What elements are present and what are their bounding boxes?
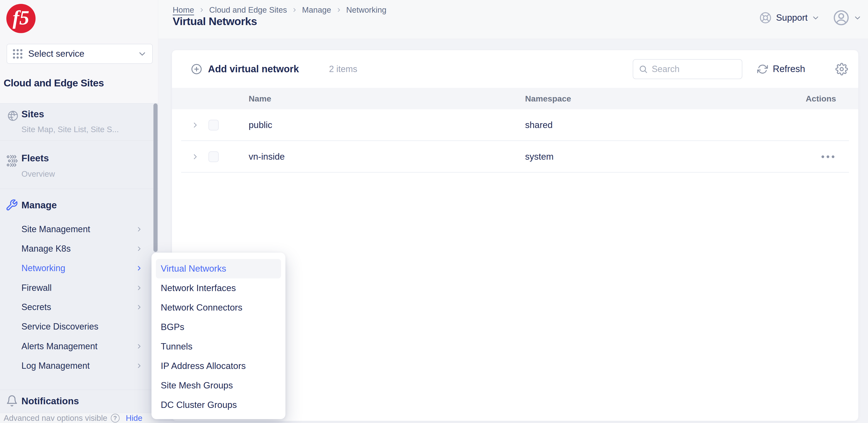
menu-item-label: Site Management (22, 220, 90, 239)
table-row: vn-inside system (172, 141, 858, 172)
chevron-down-icon (138, 50, 146, 58)
column-header-namespace: Namespace (525, 88, 571, 109)
row-actions-menu[interactable] (819, 153, 837, 161)
menu-item-label: Manage K8s (22, 239, 71, 258)
table-toolbar: Add virtual network 2 items Refresh (172, 50, 858, 88)
cell-namespace: system (525, 141, 554, 172)
row-checkbox[interactable] (209, 152, 219, 162)
flyout-item-virtual-networks[interactable]: Virtual Networks (156, 259, 281, 279)
sidebar-item-firewall[interactable]: Firewall (0, 278, 158, 298)
search-box (633, 59, 742, 79)
sidebar-item-manage-k8s[interactable]: Manage K8s (0, 239, 158, 258)
flyout-item-ip-address-allocators[interactable]: IP Address Allocators (152, 356, 285, 376)
sidebar-footer: Advanced nav options visible ? Hide (0, 413, 158, 423)
wrench-icon (5, 199, 18, 212)
flyout-item-network-connectors[interactable]: Network Connectors (152, 298, 285, 317)
gear-icon (835, 63, 848, 75)
breadcrumb-networking[interactable]: Networking (346, 5, 386, 14)
sidebar-section-label: Manage (22, 200, 57, 210)
cell-namespace: shared (525, 109, 553, 141)
chevron-right-icon (136, 304, 142, 310)
table-row: public shared (172, 109, 858, 141)
flyout-item-dc-cluster-groups[interactable]: DC Cluster Groups (152, 395, 285, 415)
cell-name[interactable]: vn-inside (249, 141, 285, 172)
menu-item-label: Firewall (22, 278, 52, 298)
table-settings-button[interactable] (835, 63, 848, 75)
menu-item-label: Secrets (22, 297, 51, 317)
menu-item-label: Networking (22, 258, 65, 278)
refresh-label: Refresh (773, 64, 805, 74)
help-icon[interactable]: ? (111, 414, 120, 423)
chevron-right-icon (336, 7, 341, 13)
sidebar-item-service-discoveries[interactable]: Service Discoveries (0, 317, 158, 336)
support-menu[interactable]: Support (760, 12, 819, 24)
globe-icon (7, 110, 19, 122)
menu-item-label: Log Management (22, 356, 90, 376)
sidebar-section-label: Notifications (22, 396, 79, 406)
flyout-item-bgps[interactable]: BGPs (152, 317, 285, 337)
flyout-item-tunnels[interactable]: Tunnels (152, 337, 285, 356)
flyout-item-site-mesh-groups[interactable]: Site Mesh Groups (152, 376, 285, 395)
chevron-right-icon (136, 226, 142, 232)
table-header-row: Name Namespace Actions (172, 88, 858, 109)
refresh-button[interactable]: Refresh (757, 50, 805, 88)
chevron-right-icon (136, 285, 142, 291)
plus-circle-icon (191, 64, 202, 75)
breadcrumb-home[interactable]: Home (173, 5, 194, 14)
add-button-label: Add virtual network (208, 64, 299, 74)
advanced-nav-status: Advanced nav options visible (4, 414, 107, 423)
row-expand-icon[interactable] (191, 153, 199, 160)
chevron-right-icon (136, 265, 142, 271)
life-ring-icon (760, 12, 772, 24)
sidebar-service-title: Cloud and Edge Sites (4, 77, 104, 89)
add-virtual-network-button[interactable]: Add virtual network (191, 50, 299, 88)
chevron-right-icon (136, 363, 142, 369)
chevron-right-icon (292, 7, 297, 13)
column-header-actions: Actions (806, 88, 836, 109)
refresh-icon (757, 64, 768, 74)
page-title: Virtual Networks (173, 15, 257, 28)
f5-logo-text: f5 (13, 6, 29, 29)
chevron-down-icon (812, 14, 819, 22)
sidebar-item-subtitle: Site Map, Site List, Site S... (22, 125, 119, 134)
cell-name[interactable]: public (249, 109, 272, 141)
sidebar-item-notifications[interactable]: Notifications (0, 390, 158, 413)
row-checkbox[interactable] (209, 120, 219, 130)
search-input[interactable] (652, 64, 730, 74)
flyout-item-network-interfaces[interactable]: Network Interfaces (152, 279, 285, 298)
hide-link[interactable]: Hide (126, 414, 143, 423)
sidebar-nav: Sites Site Map, Site List, Site S... Fle… (0, 103, 158, 413)
column-header-name: Name (249, 88, 271, 109)
search-icon (639, 65, 648, 74)
menu-item-label: Alerts Management (22, 336, 97, 356)
service-selector-label: Select service (28, 49, 138, 59)
sidebar-item-label: Fleets (22, 153, 49, 164)
breadcrumb: Home Cloud and Edge Sites Manage Network… (173, 5, 386, 14)
chevron-down-icon (854, 14, 861, 22)
breadcrumb-manage[interactable]: Manage (302, 5, 331, 14)
chevron-right-icon (199, 7, 204, 13)
grid-icon (13, 49, 22, 59)
sidebar-item-fleets[interactable]: Fleets Overview (0, 141, 158, 189)
sidebar-item-log-management[interactable]: Log Management (0, 356, 158, 376)
sidebar: f5 Select service Cloud and Edge Sites S… (0, 0, 158, 423)
sidebar-item-alerts-management[interactable]: Alerts Management (0, 336, 158, 356)
breadcrumb-cloud-and-edge-sites[interactable]: Cloud and Edge Sites (209, 5, 287, 14)
sidebar-item-networking[interactable]: Networking (0, 258, 158, 278)
sidebar-item-sites[interactable]: Sites Site Map, Site List, Site S... (0, 103, 158, 141)
avatar (833, 9, 849, 26)
sidebar-item-subtitle: Overview (22, 169, 55, 178)
chevron-right-icon (136, 246, 142, 252)
sidebar-item-label: Sites (22, 109, 44, 120)
networking-flyout-menu: Virtual Networks Network Interfaces Netw… (152, 253, 285, 419)
f5-logo[interactable]: f5 (6, 4, 36, 33)
sidebar-item-site-management[interactable]: Site Management (0, 220, 158, 239)
sidebar-section-manage[interactable]: Manage (0, 195, 158, 215)
sidebar-item-secrets[interactable]: Secrets (0, 297, 158, 317)
row-expand-icon[interactable] (191, 122, 199, 129)
account-menu[interactable] (833, 9, 861, 26)
chevron-right-icon (136, 343, 142, 350)
bell-icon (6, 395, 18, 407)
service-selector[interactable]: Select service (7, 44, 153, 64)
sidebar-scrollbar-thumb[interactable] (153, 103, 158, 252)
